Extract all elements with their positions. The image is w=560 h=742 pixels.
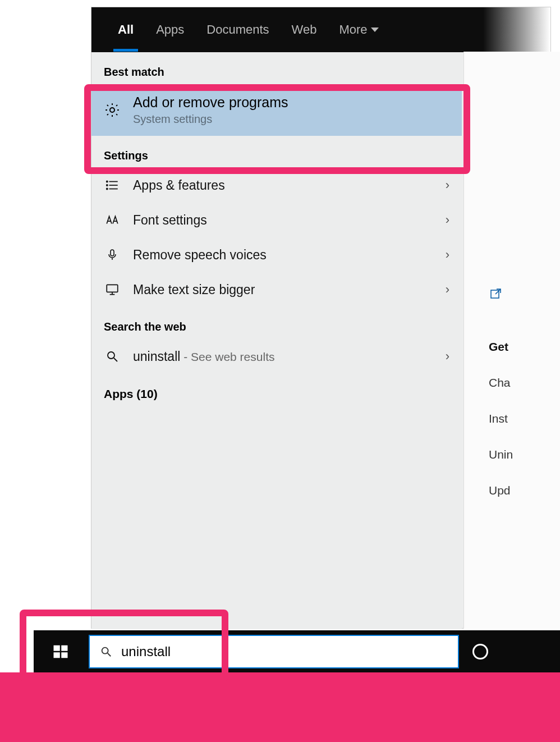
section-settings: Settings bbox=[91, 136, 462, 168]
chevron-down-icon bbox=[371, 28, 379, 32]
best-match-result[interactable]: Add or remove programs System settings bbox=[91, 84, 462, 136]
tab-apps[interactable]: Apps bbox=[155, 8, 185, 52]
annotation-footer-strip bbox=[0, 672, 560, 742]
svg-rect-15 bbox=[61, 645, 67, 651]
settings-item-label: Apps & features bbox=[133, 178, 433, 193]
svg-point-4 bbox=[107, 181, 108, 182]
side-panel-heading: Get bbox=[489, 340, 560, 354]
web-search-label: uninstall - See web results bbox=[133, 349, 433, 364]
chevron-right-icon: › bbox=[446, 349, 449, 364]
svg-line-19 bbox=[108, 653, 111, 657]
chevron-right-icon: › bbox=[446, 282, 449, 297]
side-panel-line[interactable]: Upd bbox=[489, 484, 560, 497]
font-icon bbox=[104, 212, 121, 228]
side-panel-line[interactable]: Unin bbox=[489, 448, 560, 461]
settings-item-label: Remove speech voices bbox=[133, 248, 433, 263]
svg-rect-16 bbox=[54, 652, 60, 658]
settings-item-speech[interactable]: Remove speech voices › bbox=[91, 237, 462, 272]
gear-icon bbox=[104, 102, 121, 118]
search-input[interactable] bbox=[121, 644, 448, 659]
svg-point-5 bbox=[107, 185, 108, 186]
settings-item-font[interactable]: Font settings › bbox=[91, 203, 462, 237]
section-apps-count[interactable]: Apps (10) bbox=[91, 374, 462, 406]
best-match-title: Add or remove programs bbox=[133, 94, 288, 111]
svg-rect-7 bbox=[111, 250, 114, 256]
settings-item-label: Font settings bbox=[133, 213, 433, 228]
settings-item-apps-features[interactable]: Apps & features › bbox=[91, 168, 462, 203]
chevron-right-icon: › bbox=[446, 248, 449, 262]
svg-point-6 bbox=[107, 188, 108, 189]
settings-item-label: Make text size bigger bbox=[133, 282, 433, 297]
section-search-web: Search the web bbox=[91, 307, 462, 339]
results-column: Best match Add or remove programs System… bbox=[91, 52, 462, 629]
svg-rect-8 bbox=[107, 285, 118, 292]
chevron-right-icon: › bbox=[446, 213, 449, 227]
settings-item-textsize[interactable]: Make text size bigger › bbox=[91, 272, 462, 307]
svg-rect-14 bbox=[54, 645, 60, 651]
taskbar bbox=[34, 630, 560, 673]
web-search-result[interactable]: uninstall - See web results › bbox=[91, 339, 462, 374]
svg-point-18 bbox=[102, 648, 108, 654]
search-tabs-bar: All Apps Documents Web More bbox=[91, 7, 550, 52]
tab-more-label: More bbox=[339, 22, 367, 37]
windows-logo-icon bbox=[52, 643, 69, 660]
svg-rect-17 bbox=[61, 652, 67, 658]
section-best-match: Best match bbox=[91, 52, 462, 84]
svg-point-11 bbox=[108, 352, 114, 359]
tab-all[interactable]: All bbox=[117, 8, 135, 52]
web-search-hint: - See web results bbox=[180, 350, 274, 363]
start-button[interactable] bbox=[34, 630, 88, 673]
best-match-subtitle: System settings bbox=[133, 113, 288, 126]
tab-documents[interactable]: Documents bbox=[205, 8, 270, 52]
microphone-icon bbox=[104, 246, 121, 263]
web-search-query: uninstall bbox=[133, 349, 180, 364]
side-panel-line[interactable]: Cha bbox=[489, 376, 560, 390]
list-icon bbox=[104, 177, 121, 194]
tab-more[interactable]: More bbox=[338, 8, 379, 52]
cortana-button[interactable] bbox=[472, 644, 488, 659]
svg-line-12 bbox=[114, 358, 117, 361]
side-panel-line[interactable]: Inst bbox=[489, 412, 560, 425]
open-external-icon[interactable] bbox=[489, 287, 560, 301]
tab-web[interactable]: Web bbox=[291, 8, 318, 52]
search-icon bbox=[100, 645, 112, 658]
svg-point-0 bbox=[110, 108, 114, 112]
taskbar-search-box[interactable] bbox=[89, 635, 459, 668]
search-icon bbox=[104, 348, 121, 365]
details-side-panel: Get Cha Inst Unin Upd bbox=[463, 52, 560, 629]
chevron-right-icon: › bbox=[446, 178, 449, 193]
monitor-icon bbox=[104, 281, 121, 298]
